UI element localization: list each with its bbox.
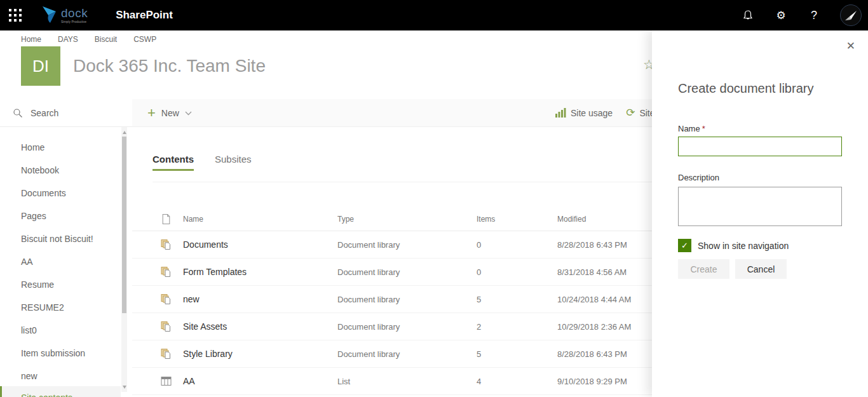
app-launcher-waffle-icon[interactable] [0, 0, 31, 30]
name-field[interactable] [678, 137, 842, 156]
sidebar-item-pages[interactable]: Pages [0, 205, 121, 227]
search-icon [13, 108, 23, 118]
row-modified: 9/10/2018 9:29 PM [557, 377, 627, 386]
help-icon[interactable]: ? [807, 8, 821, 22]
table-row[interactable]: AA List 4 9/10/2018 9:29 PM [132, 368, 652, 395]
create-document-library-panel: ✕ Create document library Name* Descript… [652, 30, 868, 397]
dock-logo-tagline: Simply Productive [61, 20, 88, 24]
row-items: 5 [477, 349, 481, 359]
tab-contents[interactable]: Contents [153, 154, 194, 171]
col-header-modified[interactable]: Modified [557, 215, 586, 224]
scrollbar-thumb[interactable] [122, 137, 126, 313]
chevron-down-icon [185, 111, 192, 116]
plus-icon: + [147, 106, 156, 120]
notifications-bell-icon[interactable] [741, 8, 755, 22]
row-name[interactable]: AA [183, 376, 195, 386]
tab-subsites[interactable]: Subsites [215, 154, 252, 171]
row-name[interactable]: Documents [183, 239, 228, 250]
required-asterisk: * [702, 124, 705, 133]
breadcrumb: Home DAYS Biscuit CSWP [21, 30, 156, 48]
sidebar-item-aa[interactable]: AA [0, 250, 121, 273]
document-library-icon [161, 294, 172, 305]
breadcrumb-home[interactable]: Home [21, 35, 41, 44]
site-contents-table: Name Type Items Modified Documents Docum… [132, 208, 652, 395]
check-icon: ✓ [681, 241, 688, 250]
document-library-icon [161, 349, 172, 360]
sidebar-item-item-submission[interactable]: Item submission [0, 342, 121, 365]
panel-title: Create document library [678, 81, 813, 96]
new-button-label: New [161, 108, 179, 118]
row-modified: 8/28/2018 6:43 PM [557, 240, 627, 250]
sidebar-search [0, 99, 132, 127]
site-usage-chart-icon [555, 108, 566, 118]
scrollbar-down-arrow[interactable] [121, 383, 127, 391]
name-label-text: Name [678, 124, 700, 133]
name-field-label: Name* [678, 124, 705, 133]
row-type: Document library [337, 349, 400, 359]
sidebar-scrollbar[interactable] [121, 127, 127, 392]
row-name[interactable]: Form Templates [183, 267, 247, 277]
site-logo[interactable]: DI [21, 46, 60, 86]
sidebar-item-resume[interactable]: Resume [0, 273, 121, 296]
sharepoint-product-title: SharePoint [116, 9, 173, 22]
row-modified: 10/24/2018 4:44 AM [557, 295, 631, 304]
document-library-icon [161, 267, 172, 278]
breadcrumb-days[interactable]: DAYS [58, 35, 78, 44]
site-usage-button[interactable]: Site usage [571, 108, 613, 118]
gear-glyph: ⚙ [776, 9, 785, 22]
site-title: Dock 365 Inc. Team Site [73, 56, 266, 76]
table-row[interactable]: Style Library Document library 5 8/28/20… [132, 340, 652, 368]
row-type: Document library [337, 322, 400, 332]
breadcrumb-cswp[interactable]: CSWP [133, 35, 156, 44]
sidebar-item-notebook[interactable]: Notebook [0, 159, 121, 182]
cancel-button[interactable]: Cancel [735, 259, 787, 279]
search-input[interactable] [29, 107, 118, 119]
list-icon [161, 376, 172, 387]
settings-gear-icon[interactable]: ⚙ [774, 8, 788, 22]
dock-logo[interactable]: dock Simply Productive [41, 6, 88, 25]
document-library-icon [161, 239, 172, 250]
row-items: 2 [477, 322, 481, 332]
command-toolbar: + New Site usage ⟳ Site [132, 99, 652, 127]
scrollbar-up-arrow[interactable] [121, 128, 127, 136]
row-name[interactable]: Style Library [183, 349, 233, 359]
sidebar-item-resume2[interactable]: RESUME2 [0, 296, 121, 319]
col-header-name[interactable]: Name [183, 215, 203, 224]
row-items: 0 [477, 267, 481, 277]
show-in-site-navigation-checkbox-row[interactable]: ✓ Show in site navigation [678, 239, 789, 252]
row-modified: 8/31/2018 4:56 AM [557, 267, 627, 277]
breadcrumb-biscuit[interactable]: Biscuit [95, 35, 117, 44]
user-avatar[interactable] [840, 4, 862, 26]
description-field[interactable] [678, 187, 842, 226]
row-items: 4 [477, 377, 481, 386]
close-icon[interactable]: ✕ [846, 39, 855, 53]
site-workflows-sync-icon[interactable]: ⟳ [626, 106, 635, 119]
row-modified: 10/29/2018 2:36 AM [557, 322, 631, 332]
row-name[interactable]: new [183, 294, 200, 304]
row-type: Document library [337, 295, 400, 304]
tab-divider [153, 182, 652, 182]
help-glyph: ? [811, 9, 817, 22]
col-header-items[interactable]: Items [477, 215, 495, 224]
sidebar-item-documents[interactable]: Documents [0, 182, 121, 205]
sidebar-item-new[interactable]: new [0, 365, 121, 387]
new-button[interactable]: + New [147, 99, 192, 126]
sidebar-item-biscuit-not-biscuit[interactable]: Biscuit not Biscuit! [0, 227, 121, 250]
table-row[interactable]: new Document library 5 10/24/2018 4:44 A… [132, 286, 652, 313]
sidebar-item-list0[interactable]: list0 [0, 319, 121, 342]
col-header-type[interactable]: Type [337, 215, 354, 224]
checkbox-label: Show in site navigation [698, 241, 789, 251]
sidebar-item-home[interactable]: Home [0, 136, 121, 159]
table-row[interactable]: Documents Document library 0 8/28/2018 6… [132, 231, 652, 259]
site-partial-button[interactable]: Site [639, 108, 652, 118]
table-row[interactable]: Form Templates Document library 0 8/31/2… [132, 259, 652, 286]
row-type: List [337, 377, 350, 386]
row-name[interactable]: Site Assets [183, 321, 227, 332]
table-row[interactable]: Site Assets Document library 2 10/29/201… [132, 313, 652, 340]
create-button[interactable]: Create [678, 259, 729, 279]
dock-logo-text: dock [61, 7, 88, 19]
checkbox-checked[interactable]: ✓ [678, 239, 691, 252]
row-items: 0 [477, 240, 481, 250]
sidebar-item-site-contents-active[interactable]: Site contents [0, 386, 121, 397]
description-field-label: Description [678, 173, 719, 182]
